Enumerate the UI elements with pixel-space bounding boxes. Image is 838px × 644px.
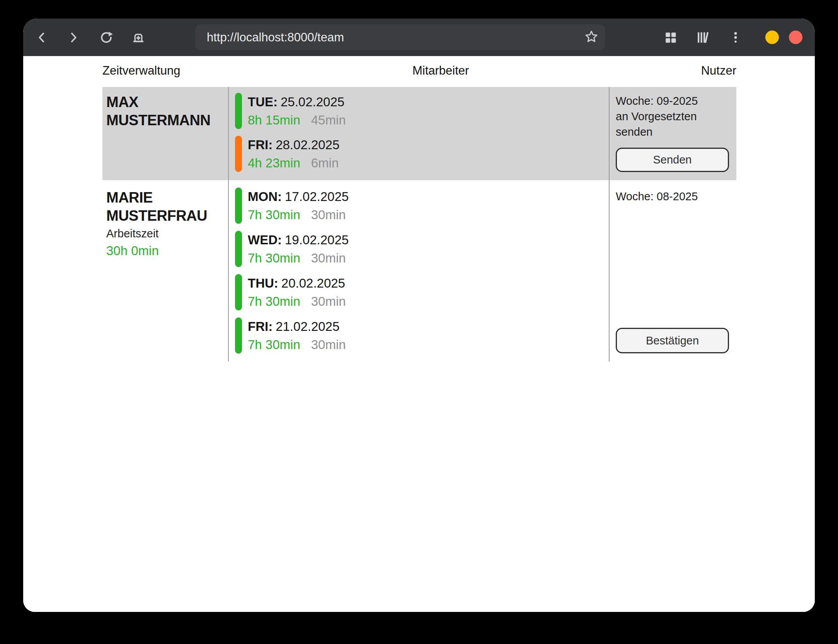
day-label: FRI: <box>248 138 273 152</box>
browser-window: http://localhost:8000/team <box>23 19 815 612</box>
day-status-bar <box>235 231 242 267</box>
bookmark-button[interactable] <box>578 24 605 50</box>
worked-time: 8h 15min <box>248 113 300 127</box>
day-date: 17.02.2025 <box>285 189 349 204</box>
header-mitarbeiter: Mitarbeiter <box>412 61 469 80</box>
day-status-bar <box>235 93 242 129</box>
week-label: Woche: 09-2025 <box>616 93 736 109</box>
break-time: 30min <box>311 251 346 265</box>
week-action-cell: Woche: 08-2025 Bestätigen <box>609 180 736 361</box>
employee-last-name: MUSTERFRAU <box>106 207 228 225</box>
refresh-icon <box>99 30 114 45</box>
day-entry: WED:19.02.2025 7h 30min30min <box>235 231 609 267</box>
employee-name-cell: MAX MUSTERMANN <box>102 87 228 180</box>
worktime-caption: Arbeitszeit <box>106 225 228 242</box>
bestaetigen-button[interactable]: Bestätigen <box>616 328 729 353</box>
worked-time: 7h 30min <box>248 294 300 308</box>
senden-button[interactable]: Senden <box>616 148 729 172</box>
library-button[interactable] <box>695 30 710 45</box>
day-status-bar <box>235 317 242 354</box>
day-date: 19.02.2025 <box>285 233 349 247</box>
week-label: Woche: 08-2025 <box>616 189 736 204</box>
employee-row-marie-musterfrau: MARIE MUSTERFRAU Arbeitszeit 30h 0min MO… <box>102 180 736 361</box>
chevron-left-icon <box>35 31 48 44</box>
page-header: Zeitverwaltung Mitarbeiter Nutzer <box>102 61 736 80</box>
day-entry: FRI:28.02.2025 4h 23min6min <box>235 136 609 172</box>
day-status-bar <box>235 274 242 310</box>
week-action-cell: Woche: 09-2025 an Vorgesetzten senden Se… <box>609 87 736 180</box>
page-content: Zeitverwaltung Mitarbeiter Nutzer MAX MU… <box>23 56 815 612</box>
week-label-line3: senden <box>616 124 736 140</box>
day-label: MON: <box>248 189 282 204</box>
employee-first-name: MAX <box>106 93 228 111</box>
menu-button[interactable] <box>728 30 743 45</box>
day-label: TUE: <box>248 95 278 109</box>
tab-overview-button[interactable] <box>663 30 678 45</box>
chevron-right-icon <box>67 31 80 44</box>
worktime-total: 30h 0min <box>106 242 228 260</box>
day-entry: MON:17.02.2025 7h 30min30min <box>235 187 609 224</box>
week-label-line2: an Vorgesetzten <box>616 109 736 124</box>
day-entry: FRI:21.02.2025 7h 30min30min <box>235 317 609 354</box>
employee-first-name: MARIE <box>106 189 228 207</box>
day-entry: TUE:25.02.2025 8h 15min45min <box>235 93 609 129</box>
employee-row-max-mustermann: MAX MUSTERMANN TUE:25.02.2025 8h 15min45… <box>102 87 736 180</box>
header-zeitverwaltung: Zeitverwaltung <box>102 61 181 80</box>
worked-time: 7h 30min <box>248 337 300 352</box>
day-label: WED: <box>248 233 282 247</box>
employee-days-cell: TUE:25.02.2025 8h 15min45min FRI:28.02.2… <box>228 87 609 180</box>
reload-button[interactable] <box>99 30 114 45</box>
team-table: MAX MUSTERMANN TUE:25.02.2025 8h 15min45… <box>102 87 736 361</box>
url-text[interactable]: http://localhost:8000/team <box>195 31 578 44</box>
employee-name-cell: MARIE MUSTERFRAU Arbeitszeit 30h 0min <box>102 180 228 361</box>
back-button[interactable] <box>34 30 49 45</box>
day-date: 21.02.2025 <box>276 319 339 334</box>
worked-time: 7h 30min <box>248 251 300 265</box>
day-status-bar <box>235 187 242 224</box>
kebab-menu-icon <box>729 31 742 44</box>
break-time: 30min <box>311 294 346 308</box>
employee-days-cell: MON:17.02.2025 7h 30min30min WED:19.02.2… <box>228 180 609 361</box>
window-close-button[interactable] <box>789 31 802 44</box>
header-nutzer: Nutzer <box>701 61 736 80</box>
day-label: FRI: <box>248 319 273 334</box>
break-time: 30min <box>311 337 346 352</box>
break-time: 6min <box>311 156 339 170</box>
day-date: 28.02.2025 <box>276 138 339 152</box>
forward-button[interactable] <box>66 30 81 45</box>
window-minimize-button[interactable] <box>765 31 779 44</box>
worked-time: 4h 23min <box>248 156 300 170</box>
break-time: 30min <box>311 208 346 222</box>
day-date: 25.02.2025 <box>281 95 344 109</box>
grid-icon <box>664 31 678 44</box>
day-entry: THU:20.02.2025 7h 30min30min <box>235 274 609 310</box>
address-bar[interactable]: http://localhost:8000/team <box>195 24 605 50</box>
star-outline-icon <box>584 29 599 46</box>
day-label: THU: <box>248 276 278 290</box>
break-time: 45min <box>311 113 346 127</box>
day-status-bar <box>235 136 242 172</box>
new-tab-button[interactable] <box>131 30 146 45</box>
worked-time: 7h 30min <box>248 208 300 222</box>
tab-plus-icon <box>131 30 146 45</box>
employee-last-name: MUSTERMANN <box>106 111 228 129</box>
day-date: 20.02.2025 <box>281 276 345 290</box>
browser-toolbar: http://localhost:8000/team <box>23 19 815 56</box>
books-icon <box>695 30 710 45</box>
